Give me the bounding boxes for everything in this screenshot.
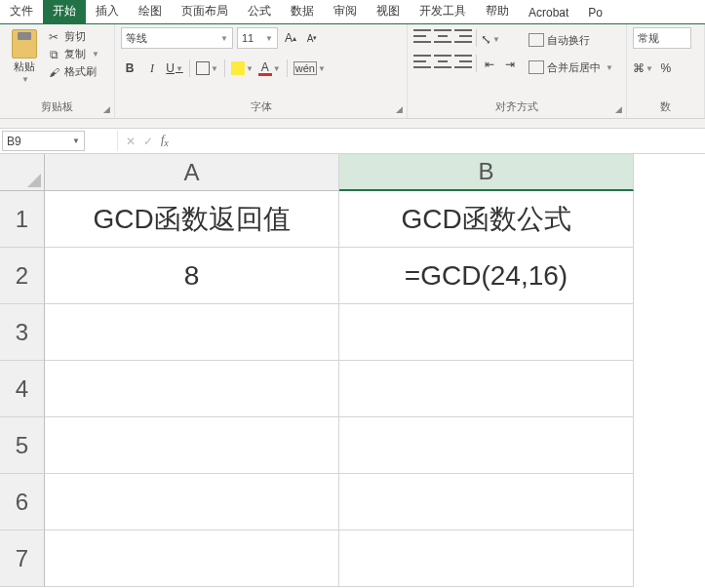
- group-clipboard: 粘贴 ▼ 剪切 复制 ▼ 格式刷 剪贴板 ◢: [0, 24, 115, 118]
- paste-icon: [12, 29, 37, 59]
- align-bottom-button[interactable]: [454, 29, 472, 43]
- cell-A6[interactable]: [45, 474, 339, 530]
- row-header-6[interactable]: 6: [0, 474, 45, 530]
- orientation-button[interactable]: ⤡▼: [481, 29, 500, 49]
- chevron-down-icon[interactable]: ▼: [606, 63, 613, 72]
- align-right-button[interactable]: [454, 55, 472, 68]
- separator: [476, 29, 477, 47]
- tab-data[interactable]: 数据: [281, 0, 324, 23]
- cell-B7[interactable]: [339, 530, 634, 587]
- column-header-B[interactable]: B: [339, 154, 634, 191]
- copy-label: 复制: [64, 47, 86, 61]
- cell-A4[interactable]: [45, 361, 339, 417]
- tab-formulas[interactable]: 公式: [238, 0, 281, 23]
- cell-A7[interactable]: [45, 530, 339, 587]
- clipboard-dialog-launcher[interactable]: ◢: [100, 103, 112, 115]
- bold-button[interactable]: B: [121, 59, 138, 78]
- font-dialog-launcher[interactable]: ◢: [393, 103, 405, 115]
- decrease-indent-button[interactable]: ⇤: [481, 55, 498, 74]
- tab-acrobat[interactable]: Acrobat: [519, 2, 578, 23]
- accounting-format-button[interactable]: ⌘▼: [633, 59, 653, 78]
- chevron-down-icon[interactable]: ▼: [72, 137, 80, 145]
- font-color-icon: A: [258, 61, 272, 76]
- paste-button[interactable]: 粘贴 ▼: [6, 27, 43, 84]
- format-painter-button[interactable]: 格式刷: [47, 64, 99, 79]
- cut-button[interactable]: 剪切: [47, 29, 99, 44]
- merge-center-button[interactable]: 合并后居中 ▼: [529, 57, 613, 78]
- cell-B3[interactable]: [339, 304, 634, 361]
- enter-formula-button[interactable]: ✓: [143, 135, 153, 148]
- row-header-1[interactable]: 1: [0, 191, 45, 248]
- cancel-formula-button[interactable]: ✕: [126, 135, 136, 148]
- font-size-select[interactable]: 11 ▼: [237, 27, 278, 49]
- align-middle-button[interactable]: [434, 29, 451, 43]
- column-header-A[interactable]: A: [45, 154, 339, 191]
- row-header-3[interactable]: 3: [0, 304, 45, 361]
- alignment-dialog-launcher[interactable]: ◢: [612, 103, 624, 115]
- chevron-down-icon: ▼: [220, 34, 228, 43]
- tab-file[interactable]: 文件: [0, 0, 43, 23]
- copy-button[interactable]: 复制 ▼: [47, 47, 99, 61]
- tab-home[interactable]: 开始: [43, 0, 86, 23]
- tab-developer[interactable]: 开发工具: [410, 0, 476, 23]
- ribbon-spacer: [0, 119, 705, 129]
- number-format-select[interactable]: 常规: [633, 27, 691, 49]
- separator: [224, 59, 225, 77]
- underline-button[interactable]: U▼: [166, 59, 183, 78]
- decrease-font-button[interactable]: A▾: [303, 28, 321, 48]
- select-all-corner[interactable]: [0, 154, 45, 191]
- align-top-button[interactable]: [413, 29, 431, 43]
- wrap-label: 自动换行: [547, 33, 590, 48]
- cell-A3[interactable]: [45, 304, 339, 361]
- row-header-7[interactable]: 7: [0, 530, 45, 587]
- font-name-select[interactable]: 等线 ▼: [121, 27, 233, 49]
- phonetic-button[interactable]: wén▼: [294, 59, 326, 78]
- row-header-5[interactable]: 5: [0, 417, 45, 474]
- cell-B6[interactable]: [339, 474, 634, 530]
- italic-button[interactable]: I: [143, 59, 161, 78]
- cell-B4[interactable]: [339, 361, 634, 417]
- align-center-button[interactable]: [434, 55, 451, 68]
- formula-input[interactable]: [176, 129, 705, 153]
- name-box[interactable]: B9 ▼: [2, 131, 85, 151]
- tab-help[interactable]: 帮助: [476, 0, 519, 23]
- row-header-2[interactable]: 2: [0, 248, 45, 304]
- wrap-icon: [529, 33, 544, 47]
- increase-indent-button[interactable]: ⇥: [501, 55, 519, 74]
- group-number-label: 数: [633, 98, 698, 117]
- group-font: 等线 ▼ 11 ▼ A▴ A▾ B I U▼ ▼ ▼ A▼: [115, 24, 408, 118]
- border-icon: [196, 61, 210, 75]
- worksheet-grid: A B 1 GCD函数返回值 GCD函数公式 2 8 =GCD(24,16) 3…: [0, 154, 705, 587]
- fill-color-button[interactable]: ▼: [231, 59, 254, 78]
- increase-font-button[interactable]: A▴: [282, 28, 299, 48]
- cell-B2[interactable]: =GCD(24,16): [339, 248, 634, 304]
- row-header-4[interactable]: 4: [0, 361, 45, 417]
- cell-A1[interactable]: GCD函数返回值: [45, 191, 339, 248]
- chevron-down-icon[interactable]: ▼: [21, 75, 29, 84]
- fx-button[interactable]: fx: [161, 133, 169, 148]
- cell-A5[interactable]: [45, 417, 339, 474]
- cell-B5[interactable]: [339, 417, 634, 474]
- wrap-text-button[interactable]: 自动换行: [529, 29, 613, 51]
- align-left-button[interactable]: [413, 55, 431, 68]
- wen-icon: wén: [294, 61, 317, 75]
- tab-page-layout[interactable]: 页面布局: [172, 0, 238, 23]
- tab-view[interactable]: 视图: [367, 0, 410, 23]
- cell-A2[interactable]: 8: [45, 248, 339, 304]
- font-color-button[interactable]: A▼: [258, 59, 281, 78]
- group-clipboard-label: 剪贴板: [6, 98, 108, 117]
- tab-draw[interactable]: 绘图: [129, 0, 172, 23]
- paste-label: 粘贴: [14, 59, 35, 74]
- group-alignment-label: 对齐方式: [413, 98, 620, 117]
- brush-icon: [47, 65, 60, 79]
- tab-insert[interactable]: 插入: [86, 0, 129, 23]
- percent-button[interactable]: %: [657, 59, 675, 78]
- cell-B1[interactable]: GCD函数公式: [339, 191, 634, 248]
- copy-icon: [47, 48, 60, 61]
- tab-review[interactable]: 审阅: [324, 0, 367, 23]
- group-alignment: ⤡▼ ⇤ ⇥ 自动换行 合并后居中: [408, 24, 627, 118]
- border-button[interactable]: ▼: [196, 59, 218, 78]
- tab-po[interactable]: Po: [578, 2, 612, 23]
- font-name-value: 等线: [126, 31, 147, 46]
- chevron-down-icon[interactable]: ▼: [92, 50, 99, 59]
